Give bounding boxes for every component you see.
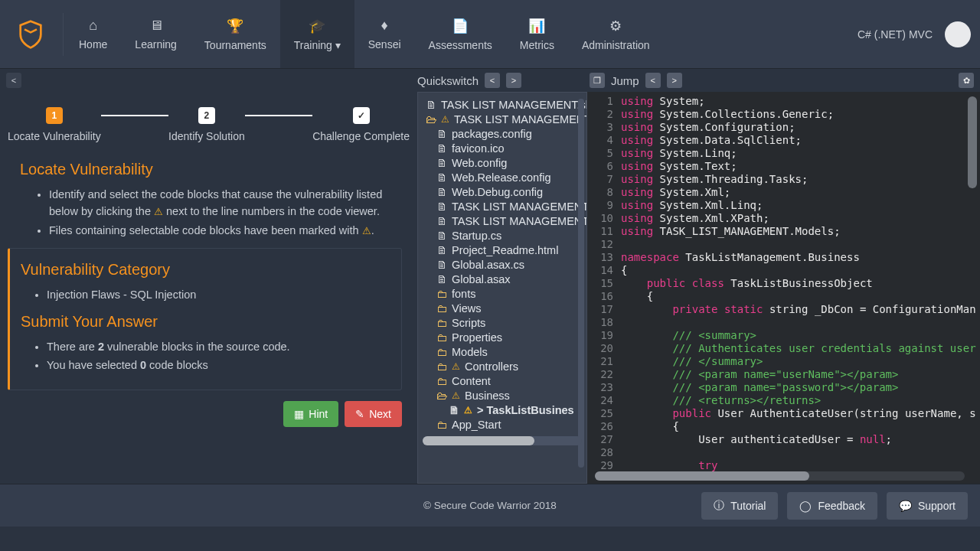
line-number: 15 <box>587 277 621 290</box>
file-tree-item[interactable]: 🗀Properties <box>418 330 586 344</box>
file-tree-item[interactable]: 🗁⚠Business <box>418 388 586 403</box>
code-line[interactable]: 2using System.Collections.Generic; <box>587 108 980 121</box>
nav-training[interactable]: 🎓Training ▾ <box>280 0 354 68</box>
line-number: 27 <box>587 433 621 446</box>
code-line[interactable]: 1using System; <box>587 95 980 108</box>
code-content: using System.Configuration; <box>621 121 795 134</box>
next-button[interactable]: ✎Next <box>345 401 402 427</box>
settings-button[interactable]: ✿ <box>959 73 974 88</box>
code-line[interactable]: 8using System.Xml; <box>587 186 980 199</box>
code-line[interactable]: 26 { <box>587 420 980 433</box>
window-icon[interactable]: ❐ <box>590 73 605 88</box>
file-tree-item[interactable]: 🗎TASK LIST MANAGEMENT. <box>418 214 586 228</box>
file-tree-item[interactable]: 🗀Views <box>418 301 586 315</box>
code-line[interactable]: 12 <box>587 238 980 251</box>
code-line[interactable]: 7using System.Threading.Tasks; <box>587 173 980 186</box>
file-tree-item[interactable]: 🗎packages.config <box>418 126 586 141</box>
main: 1 Locate Vulnerability 2 Identify Soluti… <box>0 92 980 484</box>
code-line[interactable]: 28 <box>587 446 980 459</box>
logo[interactable] <box>0 20 61 49</box>
scrollbar-vertical[interactable] <box>578 99 584 468</box>
tutorial-button[interactable]: ⓘTutorial <box>701 492 778 520</box>
file-tree-item[interactable]: 🗎TASK LIST MANAGEMENT.sln <box>418 97 586 112</box>
file-tree-label: Web.config <box>452 157 507 169</box>
file-tree-item[interactable]: 🗎⚠> TaskListBusines <box>418 403 586 417</box>
support-button[interactable]: 💬Support <box>887 492 968 520</box>
code-line[interactable]: 22 /// <param name="userName"></param> <box>587 368 980 381</box>
code-line[interactable]: 19 /// <summary> <box>587 329 980 342</box>
code-line[interactable]: 11using TASK_LIST_MANAGEMENT.Models; <box>587 225 980 238</box>
nav-learning[interactable]: 🖥Learning <box>121 0 191 68</box>
file-tree-item[interactable]: 🗎Global.asax.cs <box>418 257 586 272</box>
nav-sensei[interactable]: ♦Sensei <box>354 0 415 68</box>
topbar: ⌂Home🖥Learning🏆Tournaments🎓Training ▾♦Se… <box>0 0 980 69</box>
nav-assessments[interactable]: 📄Assessments <box>415 0 506 68</box>
folder-open-icon: 🗁 <box>426 113 436 126</box>
code-line[interactable]: 18 <box>587 316 980 329</box>
hint-button[interactable]: ▦Hint <box>283 401 338 427</box>
scrollbar-vertical[interactable] <box>968 96 977 188</box>
code-line[interactable]: 13namespace TaskListManagement.Business <box>587 251 980 264</box>
step-3-box[interactable] <box>353 107 370 124</box>
code-line[interactable]: 6using System.Text; <box>587 160 980 173</box>
code-line[interactable]: 14{ <box>587 264 980 277</box>
file-tree-item[interactable]: 🗎Web.config <box>418 155 586 170</box>
file-tree-item[interactable]: 🗎Web.Release.config <box>418 170 586 184</box>
code-line[interactable]: 9using System.Xml.Linq; <box>587 199 980 212</box>
code-line[interactable]: 3using System.Configuration; <box>587 121 980 134</box>
code-line[interactable]: 27 User authenticatedUser = null; <box>587 433 980 446</box>
code-line[interactable]: 4using System.Data.SqlClient; <box>587 134 980 147</box>
file-tree-item[interactable]: 🗎Project_Readme.html <box>418 243 586 257</box>
file-tree-label: Scripts <box>452 317 485 329</box>
collapse-left-btn[interactable]: < <box>6 73 21 88</box>
file-tree-item[interactable]: 🗀fonts <box>418 286 586 301</box>
step-1-box[interactable]: 1 <box>46 107 63 124</box>
code-content: User authenticatedUser = null; <box>621 433 892 446</box>
avatar[interactable] <box>945 21 971 47</box>
line-number: 25 <box>587 407 621 420</box>
scrollbar-horizontal[interactable] <box>423 436 582 445</box>
line-number: 22 <box>587 368 621 381</box>
jump-prev[interactable]: < <box>645 73 661 88</box>
metrics-icon: 📊 <box>528 18 545 34</box>
jump-next[interactable]: > <box>667 73 682 88</box>
code-line[interactable]: 24 /// <returns></returns> <box>587 394 980 407</box>
file-tree-item[interactable]: 🗀App_Start <box>418 417 586 432</box>
file-tree-item[interactable]: 🗎favicon.ico <box>418 141 586 155</box>
code-line[interactable]: 17 private static string _DbCon = Config… <box>587 303 980 316</box>
code-line[interactable]: 20 /// Authenticates user credentials ag… <box>587 342 980 355</box>
nav-tournaments[interactable]: 🏆Tournaments <box>191 0 280 68</box>
file-tree-item[interactable]: 🗀Content <box>418 373 586 388</box>
file-tree-item[interactable]: 🗀Models <box>418 344 586 359</box>
code-line[interactable]: 16 { <box>587 290 980 303</box>
code-line[interactable]: 23 /// <param name="password"></param> <box>587 381 980 394</box>
nav-home[interactable]: ⌂Home <box>65 0 121 68</box>
file-tree[interactable]: 🗎TASK LIST MANAGEMENT.sln🗁⚠TASK LIST MAN… <box>417 92 587 484</box>
folder-icon: 🗀 <box>436 302 447 315</box>
code-line[interactable]: 15 public class TaskListBusinessObject <box>587 277 980 290</box>
quickswitch-prev[interactable]: < <box>485 73 500 88</box>
code-line[interactable]: 25 public User AuthenticateUser(string u… <box>587 407 980 420</box>
code-line[interactable]: 5using System.Linq; <box>587 147 980 160</box>
feedback-button[interactable]: ◯Feedback <box>787 492 877 520</box>
code-line[interactable]: 10using System.Xml.XPath; <box>587 212 980 225</box>
file-tree-item[interactable]: 🗎Web.Debug.config <box>418 184 586 199</box>
file-tree-item[interactable]: 🗎Global.asax <box>418 272 586 286</box>
code-line[interactable]: 21 /// </summary> <box>587 355 980 368</box>
scrollbar-horizontal[interactable] <box>595 471 965 481</box>
file-tree-item[interactable]: 🗀Scripts <box>418 315 586 330</box>
nav-admin[interactable]: ⚙Administration <box>568 0 664 68</box>
nav-label: Learning <box>135 38 177 51</box>
file-tree-item[interactable]: 🗎Startup.cs <box>418 228 586 243</box>
code-panel[interactable]: 1using System;2using System.Collections.… <box>587 92 980 484</box>
qr-icon: ▦ <box>294 408 304 420</box>
step-2-box[interactable]: 2 <box>198 107 215 124</box>
file-tree-item[interactable]: 🗁⚠TASK LIST MANAGEMENT <box>418 112 586 126</box>
code-line[interactable]: 29 try <box>587 459 980 472</box>
quickswitch-next[interactable]: > <box>506 73 521 88</box>
file-tree-item[interactable]: 🗎TASK LIST MANAGEMENT. <box>418 199 586 214</box>
line-number: 4 <box>587 134 621 147</box>
file-tree-item[interactable]: 🗀⚠Controllers <box>418 359 586 373</box>
nav-metrics[interactable]: 📊Metrics <box>506 0 568 68</box>
code-content: using System.Text; <box>621 160 737 173</box>
